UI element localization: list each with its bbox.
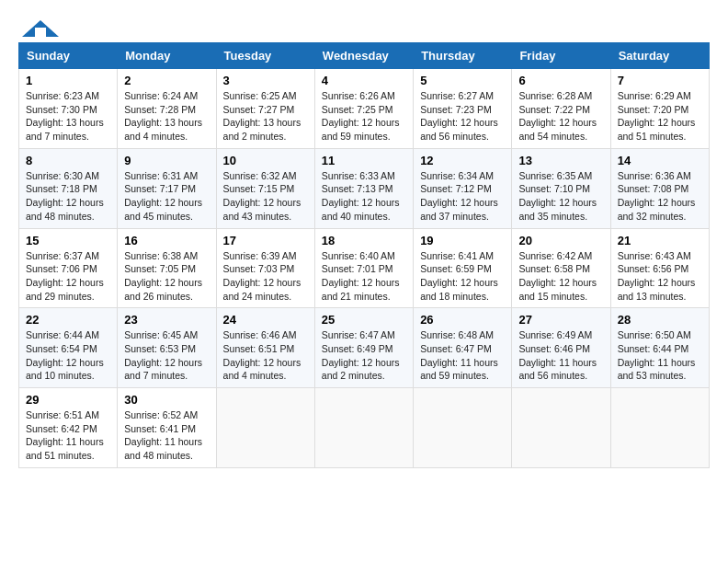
day-info: Sunrise: 6:37 AMSunset: 7:06 PMDaylight:…	[26, 249, 110, 304]
day-info: Sunrise: 6:32 AMSunset: 7:15 PMDaylight:…	[223, 169, 308, 224]
page-header	[18, 18, 710, 33]
day-number: 11	[322, 154, 406, 167]
day-number: 3	[223, 74, 308, 87]
day-info: Sunrise: 6:30 AMSunset: 7:18 PMDaylight:…	[26, 169, 110, 224]
calendar-cell: 5Sunrise: 6:27 AMSunset: 7:23 PMDaylight…	[414, 69, 512, 149]
day-info: Sunrise: 6:42 AMSunset: 6:58 PMDaylight:…	[518, 249, 603, 304]
calendar-cell: 28Sunrise: 6:50 AMSunset: 6:44 PMDayligh…	[610, 308, 709, 388]
calendar-cell	[216, 388, 314, 468]
calendar-cell: 14Sunrise: 6:36 AMSunset: 7:08 PMDayligh…	[610, 148, 709, 228]
day-info: Sunrise: 6:28 AMSunset: 7:22 PMDaylight:…	[518, 89, 603, 144]
day-info: Sunrise: 6:35 AMSunset: 7:10 PMDaylight:…	[518, 169, 603, 224]
day-info: Sunrise: 6:49 AMSunset: 6:46 PMDaylight:…	[518, 328, 603, 383]
calendar-cell	[610, 388, 709, 468]
weekday-header-tuesday: Tuesday	[216, 43, 314, 69]
calendar-cell: 19Sunrise: 6:41 AMSunset: 6:59 PMDayligh…	[414, 228, 512, 308]
day-number: 6	[518, 74, 603, 87]
day-info: Sunrise: 6:45 AMSunset: 6:53 PMDaylight:…	[124, 328, 209, 383]
day-number: 8	[26, 154, 110, 167]
weekday-header-friday: Friday	[512, 43, 610, 69]
day-info: Sunrise: 6:31 AMSunset: 7:17 PMDaylight:…	[124, 169, 209, 224]
calendar-header: SundayMondayTuesdayWednesdayThursdayFrid…	[19, 43, 710, 69]
day-info: Sunrise: 6:50 AMSunset: 6:44 PMDaylight:…	[618, 328, 702, 383]
calendar-cell: 11Sunrise: 6:33 AMSunset: 7:13 PMDayligh…	[314, 148, 413, 228]
calendar-cell: 26Sunrise: 6:48 AMSunset: 6:47 PMDayligh…	[414, 308, 512, 388]
calendar-cell	[314, 388, 413, 468]
day-info: Sunrise: 6:26 AMSunset: 7:25 PMDaylight:…	[322, 89, 406, 144]
calendar-cell	[414, 388, 512, 468]
calendar-cell: 10Sunrise: 6:32 AMSunset: 7:15 PMDayligh…	[216, 148, 314, 228]
calendar-cell: 1Sunrise: 6:23 AMSunset: 7:30 PMDaylight…	[19, 69, 118, 149]
calendar-cell: 2Sunrise: 6:24 AMSunset: 7:28 PMDaylight…	[118, 69, 216, 149]
day-info: Sunrise: 6:25 AMSunset: 7:27 PMDaylight:…	[223, 89, 308, 144]
day-number: 22	[26, 313, 110, 327]
day-number: 29	[26, 393, 110, 407]
calendar-cell: 23Sunrise: 6:45 AMSunset: 6:53 PMDayligh…	[118, 308, 216, 388]
calendar-cell: 22Sunrise: 6:44 AMSunset: 6:54 PMDayligh…	[19, 308, 118, 388]
calendar-cell: 30Sunrise: 6:52 AMSunset: 6:41 PMDayligh…	[118, 388, 216, 468]
calendar-cell: 3Sunrise: 6:25 AMSunset: 7:27 PMDaylight…	[216, 69, 314, 149]
calendar-cell: 24Sunrise: 6:46 AMSunset: 6:51 PMDayligh…	[216, 308, 314, 388]
day-info: Sunrise: 6:34 AMSunset: 7:12 PMDaylight:…	[420, 169, 505, 224]
day-info: Sunrise: 6:36 AMSunset: 7:08 PMDaylight:…	[618, 169, 702, 224]
weekday-header-sunday: Sunday	[19, 43, 118, 69]
day-number: 17	[223, 234, 308, 247]
day-number: 24	[223, 313, 308, 327]
day-number: 10	[223, 154, 308, 167]
weekday-header-thursday: Thursday	[414, 43, 512, 69]
day-number: 25	[322, 313, 406, 327]
day-info: Sunrise: 6:38 AMSunset: 7:05 PMDaylight:…	[124, 249, 209, 304]
day-info: Sunrise: 6:41 AMSunset: 6:59 PMDaylight:…	[420, 249, 505, 304]
day-number: 13	[518, 154, 603, 167]
day-number: 1	[26, 74, 110, 87]
calendar-cell: 16Sunrise: 6:38 AMSunset: 7:05 PMDayligh…	[118, 228, 216, 308]
day-info: Sunrise: 6:44 AMSunset: 6:54 PMDaylight:…	[26, 328, 110, 383]
day-number: 7	[618, 74, 702, 87]
day-info: Sunrise: 6:47 AMSunset: 6:49 PMDaylight:…	[322, 328, 406, 383]
calendar-cell: 21Sunrise: 6:43 AMSunset: 6:56 PMDayligh…	[610, 228, 709, 308]
day-number: 2	[124, 74, 209, 87]
day-number: 14	[618, 154, 702, 167]
calendar-cell	[512, 388, 610, 468]
weekday-header-monday: Monday	[118, 43, 216, 69]
day-info: Sunrise: 6:52 AMSunset: 6:41 PMDaylight:…	[124, 408, 209, 463]
day-number: 28	[618, 313, 702, 327]
logo-icon	[20, 18, 61, 39]
svg-rect-1	[35, 28, 46, 37]
day-number: 12	[420, 154, 505, 167]
weekday-header-wednesday: Wednesday	[314, 43, 413, 69]
calendar-cell: 27Sunrise: 6:49 AMSunset: 6:46 PMDayligh…	[512, 308, 610, 388]
day-number: 26	[420, 313, 505, 327]
day-number: 30	[124, 393, 209, 407]
calendar-cell: 29Sunrise: 6:51 AMSunset: 6:42 PMDayligh…	[19, 388, 118, 468]
day-number: 23	[124, 313, 209, 327]
weekday-header-saturday: Saturday	[610, 43, 709, 69]
calendar-table: SundayMondayTuesdayWednesdayThursdayFrid…	[18, 42, 710, 468]
calendar-cell: 7Sunrise: 6:29 AMSunset: 7:20 PMDaylight…	[610, 69, 709, 149]
calendar-cell: 15Sunrise: 6:37 AMSunset: 7:06 PMDayligh…	[19, 228, 118, 308]
calendar-cell: 25Sunrise: 6:47 AMSunset: 6:49 PMDayligh…	[314, 308, 413, 388]
calendar-cell: 6Sunrise: 6:28 AMSunset: 7:22 PMDaylight…	[512, 69, 610, 149]
day-info: Sunrise: 6:46 AMSunset: 6:51 PMDaylight:…	[223, 328, 308, 383]
day-number: 16	[124, 234, 209, 247]
day-info: Sunrise: 6:39 AMSunset: 7:03 PMDaylight:…	[223, 249, 308, 304]
day-number: 20	[518, 234, 603, 247]
day-info: Sunrise: 6:27 AMSunset: 7:23 PMDaylight:…	[420, 89, 505, 144]
day-info: Sunrise: 6:48 AMSunset: 6:47 PMDaylight:…	[420, 328, 505, 383]
day-info: Sunrise: 6:43 AMSunset: 6:56 PMDaylight:…	[618, 249, 702, 304]
day-number: 15	[26, 234, 110, 247]
day-info: Sunrise: 6:23 AMSunset: 7:30 PMDaylight:…	[26, 89, 110, 144]
day-number: 19	[420, 234, 505, 247]
day-number: 27	[518, 313, 603, 327]
day-info: Sunrise: 6:29 AMSunset: 7:20 PMDaylight:…	[618, 89, 702, 144]
day-info: Sunrise: 6:33 AMSunset: 7:13 PMDaylight:…	[322, 169, 406, 224]
logo	[18, 18, 61, 33]
day-number: 21	[618, 234, 702, 247]
calendar-cell: 9Sunrise: 6:31 AMSunset: 7:17 PMDaylight…	[118, 148, 216, 228]
calendar-cell: 20Sunrise: 6:42 AMSunset: 6:58 PMDayligh…	[512, 228, 610, 308]
day-number: 9	[124, 154, 209, 167]
calendar-cell: 12Sunrise: 6:34 AMSunset: 7:12 PMDayligh…	[414, 148, 512, 228]
calendar-cell: 17Sunrise: 6:39 AMSunset: 7:03 PMDayligh…	[216, 228, 314, 308]
calendar-cell: 18Sunrise: 6:40 AMSunset: 7:01 PMDayligh…	[314, 228, 413, 308]
day-number: 4	[322, 74, 406, 87]
